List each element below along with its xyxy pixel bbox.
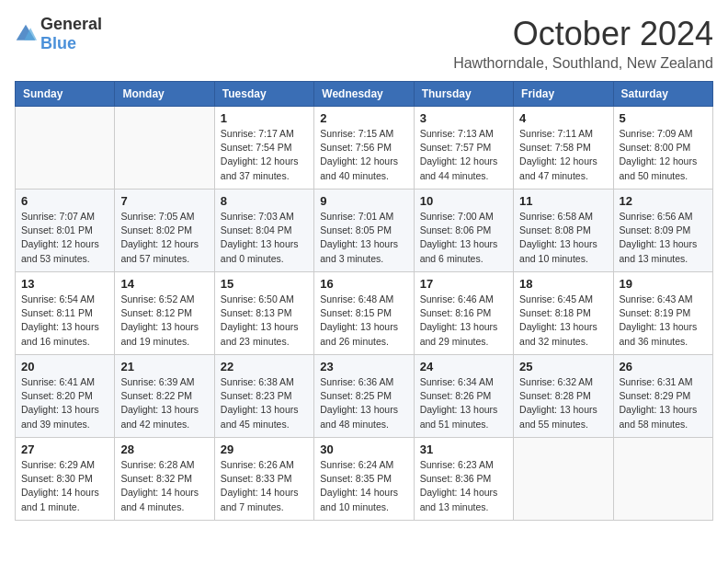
week-row-5: 27Sunrise: 6:29 AM Sunset: 8:30 PM Dayli… [16, 438, 713, 521]
calendar-cell: 23Sunrise: 6:36 AM Sunset: 8:25 PM Dayli… [314, 355, 414, 438]
calendar-cell: 5Sunrise: 7:09 AM Sunset: 8:00 PM Daylig… [613, 107, 712, 190]
calendar-cell: 3Sunrise: 7:13 AM Sunset: 7:57 PM Daylig… [414, 107, 513, 190]
calendar-cell: 15Sunrise: 6:50 AM Sunset: 8:13 PM Dayli… [214, 272, 313, 355]
day-number: 26 [620, 360, 707, 373]
calendar-cell: 29Sunrise: 6:26 AM Sunset: 8:33 PM Dayli… [214, 438, 313, 521]
location-title: Hawthorndale, Southland, New Zealand [453, 55, 713, 72]
day-number: 19 [620, 277, 707, 291]
day-info: Sunrise: 7:15 AM Sunset: 7:56 PM Dayligh… [320, 127, 407, 183]
day-info: Sunrise: 6:28 AM Sunset: 8:32 PM Dayligh… [120, 458, 208, 514]
weekday-thursday: Thursday [414, 82, 513, 107]
calendar-cell: 9Sunrise: 7:01 AM Sunset: 8:05 PM Daylig… [314, 190, 414, 272]
calendar-cell: 25Sunrise: 6:32 AM Sunset: 8:28 PM Dayli… [514, 355, 613, 438]
day-number: 25 [519, 360, 607, 373]
day-info: Sunrise: 7:11 AM Sunset: 7:58 PM Dayligh… [519, 127, 607, 183]
day-info: Sunrise: 6:38 AM Sunset: 8:23 PM Dayligh… [221, 375, 308, 431]
calendar-cell: 21Sunrise: 6:39 AM Sunset: 8:22 PM Dayli… [115, 355, 214, 438]
calendar-cell [115, 107, 214, 190]
weekday-tuesday: Tuesday [214, 82, 313, 107]
day-number: 13 [21, 277, 108, 291]
day-number: 6 [21, 194, 108, 208]
calendar-cell: 14Sunrise: 6:52 AM Sunset: 8:12 PM Dayli… [115, 272, 214, 355]
day-info: Sunrise: 6:24 AM Sunset: 8:35 PM Dayligh… [320, 458, 407, 514]
logo: General Blue [15, 15, 102, 53]
day-number: 8 [221, 194, 308, 208]
logo-icon [15, 23, 37, 45]
day-info: Sunrise: 6:45 AM Sunset: 8:18 PM Dayligh… [519, 293, 607, 349]
day-info: Sunrise: 7:09 AM Sunset: 8:00 PM Dayligh… [620, 127, 707, 183]
day-number: 28 [120, 442, 208, 456]
calendar-cell: 31Sunrise: 6:23 AM Sunset: 8:36 PM Dayli… [414, 438, 513, 521]
calendar-cell [16, 107, 115, 190]
weekday-sunday: Sunday [16, 82, 115, 107]
day-number: 15 [221, 277, 308, 291]
day-info: Sunrise: 7:05 AM Sunset: 8:02 PM Dayligh… [120, 210, 208, 266]
day-info: Sunrise: 7:01 AM Sunset: 8:05 PM Dayligh… [320, 210, 407, 266]
day-info: Sunrise: 7:17 AM Sunset: 7:54 PM Dayligh… [221, 127, 308, 183]
calendar-cell: 10Sunrise: 7:00 AM Sunset: 8:06 PM Dayli… [414, 190, 513, 272]
day-info: Sunrise: 6:54 AM Sunset: 8:11 PM Dayligh… [21, 293, 108, 349]
weekday-wednesday: Wednesday [314, 82, 414, 107]
day-info: Sunrise: 6:39 AM Sunset: 8:22 PM Dayligh… [120, 375, 208, 431]
day-number: 24 [420, 360, 507, 373]
day-info: Sunrise: 6:23 AM Sunset: 8:36 PM Dayligh… [420, 458, 507, 514]
day-info: Sunrise: 6:29 AM Sunset: 8:30 PM Dayligh… [21, 458, 108, 514]
day-number: 9 [320, 194, 407, 208]
day-info: Sunrise: 7:13 AM Sunset: 7:57 PM Dayligh… [420, 127, 507, 183]
calendar-cell: 27Sunrise: 6:29 AM Sunset: 8:30 PM Dayli… [16, 438, 115, 521]
day-info: Sunrise: 6:32 AM Sunset: 8:28 PM Dayligh… [519, 375, 607, 431]
month-title: October 2024 [453, 15, 713, 53]
day-info: Sunrise: 6:43 AM Sunset: 8:19 PM Dayligh… [620, 293, 707, 349]
week-row-3: 13Sunrise: 6:54 AM Sunset: 8:11 PM Dayli… [16, 272, 713, 355]
day-info: Sunrise: 6:31 AM Sunset: 8:29 PM Dayligh… [620, 375, 707, 431]
day-number: 29 [221, 442, 308, 456]
day-number: 23 [320, 360, 407, 373]
day-number: 16 [320, 277, 407, 291]
day-number: 27 [21, 442, 108, 456]
day-info: Sunrise: 6:26 AM Sunset: 8:33 PM Dayligh… [221, 458, 308, 514]
day-number: 7 [120, 194, 208, 208]
calendar-cell: 7Sunrise: 7:05 AM Sunset: 8:02 PM Daylig… [115, 190, 214, 272]
day-number: 22 [221, 360, 308, 373]
calendar-cell: 11Sunrise: 6:58 AM Sunset: 8:08 PM Dayli… [514, 190, 613, 272]
weekday-friday: Friday [514, 82, 613, 107]
day-number: 3 [420, 111, 507, 125]
calendar-cell: 1Sunrise: 7:17 AM Sunset: 7:54 PM Daylig… [214, 107, 313, 190]
weekday-saturday: Saturday [613, 82, 712, 107]
week-row-2: 6Sunrise: 7:07 AM Sunset: 8:01 PM Daylig… [16, 190, 713, 272]
day-number: 30 [320, 442, 407, 456]
day-number: 4 [519, 111, 607, 125]
calendar-cell: 19Sunrise: 6:43 AM Sunset: 8:19 PM Dayli… [613, 272, 712, 355]
calendar-cell: 16Sunrise: 6:48 AM Sunset: 8:15 PM Dayli… [314, 272, 414, 355]
day-info: Sunrise: 7:03 AM Sunset: 8:04 PM Dayligh… [221, 210, 308, 266]
day-info: Sunrise: 6:50 AM Sunset: 8:13 PM Dayligh… [221, 293, 308, 349]
day-info: Sunrise: 7:00 AM Sunset: 8:06 PM Dayligh… [420, 210, 507, 266]
calendar-cell: 22Sunrise: 6:38 AM Sunset: 8:23 PM Dayli… [214, 355, 313, 438]
calendar-cell: 28Sunrise: 6:28 AM Sunset: 8:32 PM Dayli… [115, 438, 214, 521]
calendar-cell: 20Sunrise: 6:41 AM Sunset: 8:20 PM Dayli… [16, 355, 115, 438]
day-number: 21 [120, 360, 208, 373]
calendar-cell: 12Sunrise: 6:56 AM Sunset: 8:09 PM Dayli… [613, 190, 712, 272]
week-row-4: 20Sunrise: 6:41 AM Sunset: 8:20 PM Dayli… [16, 355, 713, 438]
day-info: Sunrise: 6:41 AM Sunset: 8:20 PM Dayligh… [21, 375, 108, 431]
calendar-cell: 2Sunrise: 7:15 AM Sunset: 7:56 PM Daylig… [314, 107, 414, 190]
calendar-cell: 30Sunrise: 6:24 AM Sunset: 8:35 PM Dayli… [314, 438, 414, 521]
calendar-cell: 8Sunrise: 7:03 AM Sunset: 8:04 PM Daylig… [214, 190, 313, 272]
day-number: 10 [420, 194, 507, 208]
day-info: Sunrise: 6:58 AM Sunset: 8:08 PM Dayligh… [519, 210, 607, 266]
calendar-cell [613, 438, 712, 521]
calendar-cell [514, 438, 613, 521]
day-number: 14 [120, 277, 208, 291]
calendar-cell: 26Sunrise: 6:31 AM Sunset: 8:29 PM Dayli… [613, 355, 712, 438]
day-number: 31 [420, 442, 507, 456]
calendar-cell: 17Sunrise: 6:46 AM Sunset: 8:16 PM Dayli… [414, 272, 513, 355]
calendar-cell: 18Sunrise: 6:45 AM Sunset: 8:18 PM Dayli… [514, 272, 613, 355]
day-number: 18 [519, 277, 607, 291]
calendar-cell: 13Sunrise: 6:54 AM Sunset: 8:11 PM Dayli… [16, 272, 115, 355]
day-number: 17 [420, 277, 507, 291]
calendar-cell: 24Sunrise: 6:34 AM Sunset: 8:26 PM Dayli… [414, 355, 513, 438]
day-number: 20 [21, 360, 108, 373]
calendar-body: 1Sunrise: 7:17 AM Sunset: 7:54 PM Daylig… [16, 107, 713, 521]
page-header: General Blue October 2024 Hawthorndale, … [15, 15, 713, 72]
day-number: 1 [221, 111, 308, 125]
